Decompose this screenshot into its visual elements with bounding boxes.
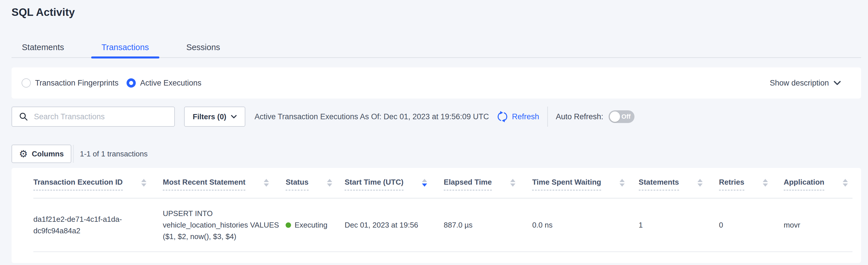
- column-header-time-spent-waiting[interactable]: Time Spent Waiting: [532, 168, 639, 198]
- sql-activity-page: SQL Activity Statements Transactions Ses…: [0, 6, 868, 265]
- page-title: SQL Activity: [11, 6, 868, 19]
- column-header-start-time[interactable]: Start Time (UTC): [345, 168, 444, 198]
- toggle-state-label: Off: [622, 113, 631, 121]
- transactions-table-card: Transaction Execution ID Most Recent Sta…: [11, 168, 861, 263]
- column-label: Most Recent Statement: [163, 178, 246, 190]
- filter-toolbar: Filters (0) Active Transaction Execution…: [11, 107, 861, 127]
- column-label: Elapsed Time: [444, 178, 492, 190]
- column-label: Statements: [639, 178, 679, 190]
- sort-icon: [763, 179, 768, 187]
- search-input[interactable]: [33, 112, 168, 122]
- show-description-label: Show description: [770, 79, 829, 87]
- cell-most-recent-statement: UPSERT INTO vehicle_location_histories V…: [163, 198, 286, 252]
- results-toolbar: ⚙ Columns 1-1 of 1 transactions: [11, 144, 861, 163]
- radio-transaction-fingerprints[interactable]: Transaction Fingerprints: [22, 78, 119, 87]
- status-executing-dot-icon: [286, 222, 291, 228]
- radio-label: Active Executions: [140, 79, 201, 87]
- sort-icon-active-desc: [422, 179, 427, 187]
- cell-time-spent-waiting: 0.0 ns: [532, 198, 639, 252]
- refresh-label: Refresh: [512, 112, 539, 121]
- column-label: Status: [286, 178, 308, 190]
- column-header-retries[interactable]: Retries: [719, 168, 784, 198]
- table-row: da1f21e2-de71-4c1f-a1da-dc9fc94a84a2 UPS…: [33, 198, 852, 252]
- as-of-timestamp: Active Transaction Executions As Of: Dec…: [254, 112, 489, 121]
- toggle-knob: [610, 111, 620, 122]
- radio-active-executions[interactable]: Active Executions: [127, 78, 201, 87]
- column-header-most-recent-statement[interactable]: Most Recent Statement: [163, 168, 286, 198]
- radio-label: Transaction Fingerprints: [35, 79, 119, 87]
- show-description-button[interactable]: Show description: [770, 79, 841, 87]
- sort-icon: [620, 179, 625, 187]
- columns-button-label: Columns: [32, 150, 64, 158]
- column-label: Start Time (UTC): [345, 178, 404, 190]
- sort-icon: [510, 179, 516, 187]
- results-count: 1-1 of 1 transactions: [80, 150, 148, 158]
- search-box[interactable]: [11, 107, 175, 127]
- results-divider: [73, 145, 74, 163]
- refresh-button[interactable]: Refresh: [496, 111, 539, 123]
- cell-application: movr: [784, 198, 852, 252]
- columns-button[interactable]: ⚙ Columns: [11, 144, 71, 163]
- refresh-icon: [496, 111, 508, 123]
- column-header-application[interactable]: Application: [784, 168, 852, 198]
- column-header-elapsed-time[interactable]: Elapsed Time: [444, 168, 532, 198]
- cell-status: Executing: [286, 198, 345, 252]
- cell-transaction-execution-id: da1f21e2-de71-4c1f-a1da-dc9fc94a84a2: [33, 198, 163, 252]
- filters-button-label: Filters (0): [193, 112, 226, 121]
- column-label: Transaction Execution ID: [33, 178, 123, 190]
- cell-retries: 0: [719, 198, 784, 252]
- column-header-status[interactable]: Status: [286, 168, 345, 198]
- filters-button[interactable]: Filters (0): [184, 107, 245, 127]
- table-header-row: Transaction Execution ID Most Recent Sta…: [33, 168, 852, 198]
- cell-statements: 1: [639, 198, 719, 252]
- sort-icon: [843, 179, 848, 187]
- auto-refresh-toggle[interactable]: Off: [609, 110, 634, 123]
- view-mode-radio-group: Transaction Fingerprints Active Executio…: [22, 78, 201, 87]
- column-label: Retries: [719, 178, 744, 190]
- cell-start-time: Dec 01, 2023 at 19:56: [345, 198, 444, 252]
- column-header-statements[interactable]: Statements: [639, 168, 719, 198]
- search-icon: [19, 112, 28, 121]
- tab-bar: Statements Transactions Sessions: [11, 42, 861, 58]
- chevron-down-icon: [231, 115, 237, 119]
- toolbar-divider: [547, 107, 548, 127]
- column-label: Time Spent Waiting: [532, 178, 601, 190]
- column-header-transaction-execution-id[interactable]: Transaction Execution ID: [33, 168, 163, 198]
- sort-icon: [264, 179, 269, 187]
- tab-sessions[interactable]: Sessions: [186, 42, 220, 57]
- sort-icon: [141, 179, 146, 187]
- sort-icon: [327, 179, 332, 187]
- column-label: Application: [784, 178, 825, 190]
- chevron-down-icon: [834, 81, 841, 85]
- radio-unselected-icon[interactable]: [22, 78, 31, 87]
- auto-refresh-label: Auto Refresh:: [556, 112, 603, 121]
- tab-transactions[interactable]: Transactions: [101, 42, 149, 57]
- gear-icon: ⚙: [19, 149, 28, 159]
- transactions-table: Transaction Execution ID Most Recent Sta…: [33, 168, 852, 252]
- status-label: Executing: [294, 219, 327, 231]
- view-mode-card: Transaction Fingerprints Active Executio…: [11, 68, 861, 99]
- cell-elapsed-time: 887.0 µs: [444, 198, 532, 252]
- radio-selected-icon[interactable]: [127, 78, 136, 87]
- sort-icon: [698, 179, 703, 187]
- tab-statements[interactable]: Statements: [22, 42, 64, 57]
